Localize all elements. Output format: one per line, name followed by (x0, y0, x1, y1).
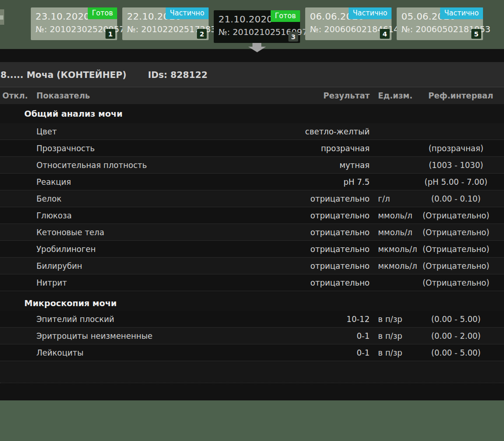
table-row[interactable]: Относительная плотностьмутная(1003 - 103… (0, 157, 504, 174)
group-header: Общий анализ мочи (0, 104, 504, 123)
cell-indicator: Лейкоциты (24, 348, 295, 357)
group-header: Микроскопия мочи (0, 295, 504, 311)
cell-result: отрицательно (295, 211, 370, 220)
result-card-1[interactable]: 23.10.2020№: 20102302520957Готов1 (31, 7, 117, 40)
table-row[interactable]: Билирубинотрицательномкмоль/л(Отрицатель… (0, 258, 504, 274)
column-header-result: Результат (295, 91, 370, 100)
column-header-deviation: Откл. (0, 91, 24, 100)
test-panel-header: 8..... Моча (КОНТЕЙНЕР) IDs: 828122 (0, 62, 504, 87)
cell-indicator: Эпителий плоский (24, 315, 295, 324)
card-index-badge: 5 (471, 29, 481, 39)
column-header-ref: Реф.интервал (419, 91, 493, 100)
cell-units: ммоль/л (377, 228, 419, 237)
status-badge: Готов (271, 10, 300, 22)
result-card-3[interactable]: 21.10.2020№: 20102102516097Готов3 (214, 10, 300, 43)
table-row[interactable]: Лейкоциты0-1в п/зр(0.00 - 5.00) (0, 344, 504, 361)
status-badge: Готов (88, 7, 117, 19)
table-footer-space-lower (0, 383, 504, 400)
cell-ref: (Отрицательно) (419, 211, 493, 220)
arrow-head (248, 47, 266, 52)
table-row[interactable]: Белокотрицательног/л(0.00 - 0.10) (0, 190, 504, 207)
cell-result: 0-1 (295, 331, 370, 341)
cell-result: отрицательно (295, 278, 370, 287)
cell-result: 0-1 (295, 348, 370, 357)
cell-result: отрицательно (295, 194, 370, 203)
test-title: 8..... Моча (КОНТЕЙНЕР) (0, 70, 126, 80)
cell-ref: (0.00 - 2.00) (419, 331, 493, 341)
table-header: Откл. Показатель Результат Ед.изм. Реф.и… (0, 87, 504, 104)
result-cards-list: 23.10.2020№: 20102302520957Готов122.10.2… (0, 0, 504, 43)
cell-indicator: Относительная плотность (24, 161, 295, 170)
cell-result: отрицательно (295, 245, 370, 254)
column-header-units: Ед.изм. (377, 91, 419, 100)
cell-result: мутная (295, 161, 370, 170)
card-number: №: 20102302520957 (35, 23, 112, 35)
cell-result: pH 7.5 (295, 177, 370, 187)
test-ids: IDs: 828122 (148, 70, 208, 80)
cell-units: ммоль/л (377, 211, 419, 220)
table-row[interactable]: РеакцияpH 7.5(pH 5.00 - 7.00) (0, 174, 504, 190)
card-index-badge: 1 (105, 29, 115, 39)
cell-units: г/л (377, 194, 419, 203)
cell-indicator: Белок (24, 194, 295, 203)
cell-ref: (прозрачная) (419, 144, 493, 153)
card-number: №: 20060502181953 (401, 23, 478, 35)
cell-indicator: Уробилиноген (24, 245, 295, 254)
table-row[interactable]: Уробилиногенотрицательномкмоль/л(Отрицат… (0, 241, 504, 258)
cell-ref: (0.00 - 0.10) (419, 194, 493, 203)
cell-indicator: Глюкоза (24, 211, 295, 220)
cell-indicator: Кетоновые тела (24, 228, 295, 237)
table-row[interactable]: Цветсветло-желтый (0, 123, 504, 140)
table-row[interactable]: Эритроциты неизмененные0-1в п/зр(0.00 - … (0, 328, 504, 344)
cell-indicator: Эритроциты неизмененные (24, 331, 295, 341)
cell-ref: (Отрицательно) (419, 261, 493, 271)
peek-card-mark (0, 15, 3, 20)
card-index-badge: 3 (288, 32, 298, 42)
table-row[interactable]: Эпителий плоский10-12в п/зр(0.00 - 5.00) (0, 311, 504, 328)
card-number: №: 20102102516097 (218, 26, 295, 38)
cell-units: в п/зр (377, 315, 419, 324)
cell-indicator: Нитрит (24, 278, 295, 287)
cell-indicator: Реакция (24, 177, 295, 187)
cell-result: отрицательно (295, 228, 370, 237)
cell-units: мкмоль/л (377, 245, 419, 254)
card-number: №: 20060602184614 (310, 23, 387, 35)
group-title: Общий анализ мочи (24, 109, 123, 119)
cell-ref: (pH 5.00 - 7.00) (419, 177, 493, 187)
status-badge: Частично (166, 7, 209, 19)
arrow-stem (252, 43, 261, 47)
cell-ref: (Отрицательно) (419, 245, 493, 254)
cell-units: в п/зр (377, 331, 419, 341)
card-number: №: 20102202517283 (127, 23, 204, 35)
result-card-5[interactable]: 05.06.2020№: 20060502181953Частично5 (397, 7, 483, 40)
cell-ref: (Отрицательно) (419, 278, 493, 287)
cell-indicator: Цвет (24, 127, 295, 136)
table-row[interactable]: Кетоновые телаотрицательноммоль/л(Отрица… (0, 224, 504, 241)
column-header-indicator: Показатель (24, 91, 295, 100)
page-background (0, 400, 504, 441)
cell-units: в п/зр (377, 348, 419, 357)
results-carousel: 23.10.2020№: 20102302520957Готов122.10.2… (0, 0, 504, 49)
card-index-badge: 2 (197, 29, 207, 39)
cell-result: прозрачная (295, 144, 370, 153)
result-card-2[interactable]: 22.10.2020№: 20102202517283Частично2 (122, 7, 209, 40)
cell-indicator: Прозрачность (24, 144, 295, 153)
card-index-badge: 4 (380, 29, 390, 39)
group-title: Микроскопия мочи (24, 298, 117, 308)
cell-result: 10-12 (295, 315, 370, 324)
result-card-4[interactable]: 06.06.2020№: 20060602184614Частично4 (305, 7, 392, 40)
status-badge: Частично (349, 7, 392, 19)
table-row[interactable]: Глюкозаотрицательноммоль/л(Отрицательно) (0, 207, 504, 224)
table-row[interactable]: Нитритотрицательно(Отрицательно) (0, 274, 504, 291)
previous-card-peek[interactable] (0, 9, 4, 25)
cell-ref: (1003 - 1030) (419, 161, 493, 170)
cell-result: отрицательно (295, 261, 370, 271)
cell-ref: (0.00 - 5.00) (419, 348, 493, 357)
cell-ref: (0.00 - 5.00) (419, 315, 493, 324)
cell-units: мкмоль/л (377, 261, 419, 271)
table-row[interactable]: Прозрачностьпрозрачная(прозрачная) (0, 140, 504, 157)
results-table: Общий анализ мочиЦветсветло-желтыйПрозра… (0, 104, 504, 361)
cell-ref: (Отрицательно) (419, 228, 493, 237)
arrow-down-icon (248, 43, 266, 52)
status-badge: Частично (440, 7, 483, 19)
